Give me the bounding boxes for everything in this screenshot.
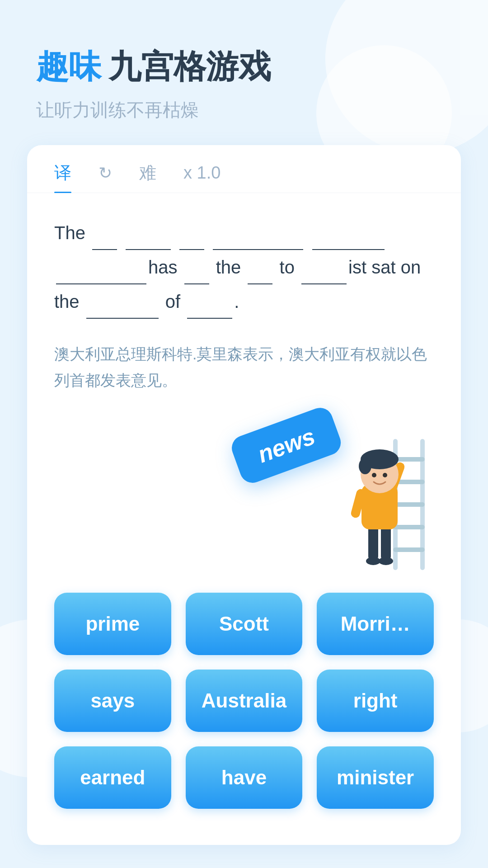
word-btn-morrison[interactable]: Morri… [317,593,434,655]
svg-rect-4 [393,502,425,507]
blank-1 [92,249,117,250]
svg-rect-6 [393,547,425,552]
tab-speed[interactable]: x 1.0 [183,163,221,191]
word-btn-have[interactable]: have [186,746,303,809]
word-btn-says[interactable]: says [54,670,171,732]
svg-rect-5 [393,525,425,529]
blank-11 [187,318,232,319]
blank-5 [312,249,385,250]
svg-point-17 [372,473,376,477]
tab-difficulty[interactable]: 难 [139,161,156,193]
word-btn-australia[interactable]: Australia [186,670,303,732]
tabs-row: 译 ↻ 难 x 1.0 [27,145,461,193]
header: 趣味 九宫格游戏 让听力训练不再枯燥 [0,0,488,136]
blank-7 [184,283,209,284]
word-btn-scott[interactable]: Scott [186,593,303,655]
blank-8 [248,283,272,284]
svg-point-9 [366,557,380,565]
title-dark: 九宫格游戏 [108,45,271,89]
blank-9 [301,283,347,284]
svg-point-10 [379,557,393,565]
illustration-area: news [27,412,461,566]
sentence-area: The has the to ist sat on the of . [27,193,461,332]
title-blue: 趣味 [36,45,101,89]
word-btn-prime[interactable]: prime [54,593,171,655]
tab-refresh[interactable]: ↻ [99,163,112,191]
word-btn-right[interactable]: right [317,670,434,732]
word-grid: prime Scott Morri… says Australia right … [27,566,461,845]
blank-6 [56,283,146,284]
tab-translate[interactable]: 译 [54,161,71,193]
word-btn-earned[interactable]: earned [54,746,171,809]
blank-3 [179,249,204,250]
blank-4 [213,249,303,250]
svg-rect-8 [381,525,391,561]
header-subtitle: 让听力训练不再枯燥 [36,98,452,123]
refresh-icon: ↻ [99,164,112,182]
svg-rect-7 [368,525,378,561]
blank-2 [126,249,171,250]
blank-10 [86,318,159,319]
svg-point-16 [359,458,371,474]
word-btn-minister[interactable]: minister [317,746,434,809]
app-title: 趣味 九宫格游戏 [36,45,452,89]
sentence-text: The has the to ist sat on the of . [54,216,434,319]
translation-text: 澳大利亚总理斯科特.莫里森表示，澳大利亚有权就以色列首都发表意见。 [27,332,461,412]
main-card: 译 ↻ 难 x 1.0 The has the to ist sat on th… [27,145,461,845]
svg-point-18 [383,473,387,477]
